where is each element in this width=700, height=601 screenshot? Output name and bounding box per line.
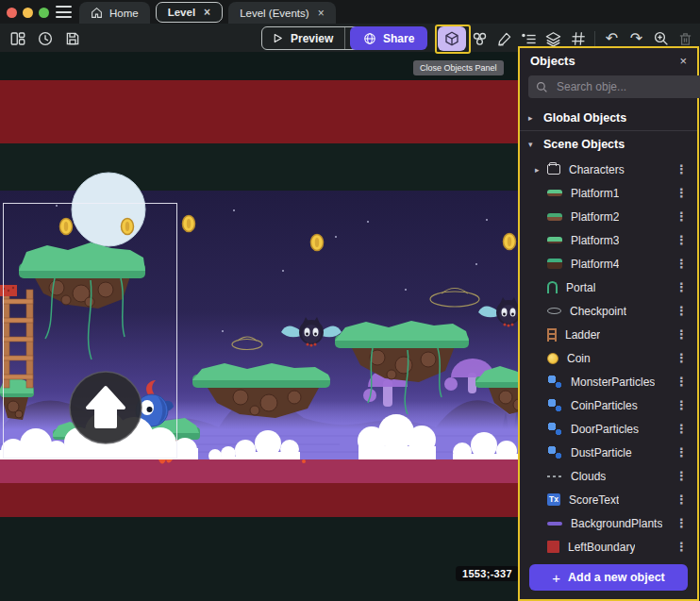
minimize-window-button[interactable] xyxy=(23,8,33,18)
dashes-icon xyxy=(547,476,562,477)
object-menu-button[interactable]: ⋮ xyxy=(675,422,697,436)
object-name: Platform1 xyxy=(571,187,619,200)
object-name: DustParticle xyxy=(571,446,632,459)
object-menu-button[interactable]: ⋮ xyxy=(675,540,697,554)
object-list-item[interactable]: Portal⋮ xyxy=(520,275,697,299)
objects-cube-icon xyxy=(443,30,460,47)
object-menu-button[interactable]: ⋮ xyxy=(675,233,697,247)
object-list-item[interactable]: ▸Characters⋮ xyxy=(520,158,697,181)
tab-level[interactable]: Level × xyxy=(156,2,223,23)
object-list-item[interactable]: TxScoreText⋮ xyxy=(520,488,697,511)
object-name: DoorParticles xyxy=(571,423,639,436)
history-clock-icon xyxy=(37,30,54,47)
object-name: Platform4 xyxy=(571,258,619,271)
object-list-item[interactable]: Checkpoint⋮ xyxy=(520,299,697,323)
close-window-button[interactable] xyxy=(7,8,17,18)
close-tab-icon[interactable]: × xyxy=(204,6,210,19)
object-menu-button[interactable]: ⋮ xyxy=(675,304,697,318)
particles-icon xyxy=(547,445,562,459)
scene-render xyxy=(0,52,525,601)
tab-home[interactable]: Home xyxy=(79,2,150,24)
objects-panel: Objects × ▸ Global Objects ▾ Scene Objec… xyxy=(518,46,699,601)
tab-label: Level xyxy=(168,7,195,18)
object-menu-button[interactable]: ⋮ xyxy=(675,186,697,200)
object-search-box[interactable] xyxy=(528,75,700,98)
object-name: Checkpoint xyxy=(570,305,626,318)
object-list-item[interactable]: Platform4⋮ xyxy=(520,252,697,275)
tab-bar: Home Level × Level (Events) × xyxy=(0,0,700,24)
save-button[interactable] xyxy=(60,26,84,50)
object-list-item[interactable]: CoinParticles⋮ xyxy=(520,393,697,417)
tab-label: Home xyxy=(109,8,139,19)
object-list-item[interactable]: Platform1⋮ xyxy=(520,181,697,205)
share-button[interactable]: Share xyxy=(350,26,427,50)
redo-icon: ↷ xyxy=(630,31,642,46)
object-menu-button[interactable]: ⋮ xyxy=(675,209,697,224)
object-menu-button[interactable]: ⋮ xyxy=(675,469,697,483)
layers-icon xyxy=(544,30,562,48)
main-menu-icon[interactable] xyxy=(56,6,72,18)
edit-pencil-button[interactable] xyxy=(493,27,515,51)
preview-label: Preview xyxy=(291,32,333,45)
object-list-item[interactable]: MonsterParticles⋮ xyxy=(520,370,697,393)
object-menu-button[interactable]: ⋮ xyxy=(675,445,697,459)
objects-panel-toggle-button[interactable] xyxy=(438,26,466,51)
object-menu-button[interactable]: ⋮ xyxy=(675,327,697,342)
boundary-icon xyxy=(547,541,559,553)
close-tab-icon[interactable]: × xyxy=(318,7,325,20)
object-list-item[interactable]: Platform3⋮ xyxy=(520,228,697,252)
panels-layout-button[interactable] xyxy=(6,26,29,50)
object-menu-button[interactable]: ⋮ xyxy=(675,516,697,530)
jump-arrow-control[interactable] xyxy=(70,372,142,443)
save-icon xyxy=(64,30,81,47)
object-name: LeftBoundary xyxy=(568,541,635,554)
search-input[interactable] xyxy=(555,79,700,94)
object-list-item[interactable]: LeftBoundary⋮ xyxy=(520,535,697,557)
object-menu-button[interactable]: ⋮ xyxy=(675,162,697,176)
object-menu-button[interactable]: ⋮ xyxy=(675,257,697,271)
home-icon xyxy=(91,7,103,19)
object-groups-button[interactable] xyxy=(469,27,491,51)
particles-icon xyxy=(547,375,562,389)
text-icon: Tx xyxy=(547,493,560,506)
object-list-item[interactable]: DoorParticles⋮ xyxy=(520,417,697,441)
object-name: Platform3 xyxy=(571,234,619,247)
top-boundary[interactable] xyxy=(0,80,525,143)
tooltip: Close Objects Panel xyxy=(413,60,504,75)
object-list-item[interactable]: Platform2⋮ xyxy=(520,205,697,228)
object-list-item[interactable]: DustParticle⋮ xyxy=(520,441,697,464)
plants-icon xyxy=(547,522,562,526)
platform4-icon xyxy=(547,259,562,269)
grid-icon xyxy=(570,30,587,47)
tab-level-events[interactable]: Level (Events) × xyxy=(228,2,336,24)
global-objects-section[interactable]: ▸ Global Objects xyxy=(520,106,697,129)
scene-editor-canvas[interactable]: 1553;-337 xyxy=(0,52,525,601)
moon[interactable] xyxy=(72,173,145,246)
panels-layout-icon xyxy=(9,30,26,47)
ground-band[interactable] xyxy=(0,459,525,483)
object-menu-button[interactable]: ⋮ xyxy=(675,398,697,412)
history-button[interactable] xyxy=(33,26,57,50)
add-object-button[interactable]: + Add a new object xyxy=(529,564,688,591)
object-menu-button[interactable]: ⋮ xyxy=(675,280,697,294)
object-menu-button[interactable]: ⋮ xyxy=(675,375,697,389)
object-menu-button[interactable]: ⋮ xyxy=(675,492,697,507)
object-name: CoinParticles xyxy=(571,399,638,412)
object-list-item[interactable]: Ladder⋮ xyxy=(520,323,697,346)
expand-arrow-icon[interactable]: ▸ xyxy=(535,165,547,175)
object-name: BackgroundPlants xyxy=(571,517,662,530)
object-list-item[interactable]: BackgroundPlants⋮ xyxy=(520,511,697,535)
checkpoint-icon xyxy=(547,308,561,314)
globe-icon xyxy=(363,32,376,45)
object-list-item[interactable]: Coin⋮ xyxy=(520,346,697,370)
object-list-item[interactable]: Clouds⋮ xyxy=(520,464,697,488)
maximize-window-button[interactable] xyxy=(39,8,49,18)
cursor-coordinates-badge: 1553;-337 xyxy=(456,566,519,581)
tab-label: Level (Events) xyxy=(240,8,309,19)
object-menu-button[interactable]: ⋮ xyxy=(675,351,697,365)
scene-objects-section[interactable]: ▾ Scene Objects xyxy=(520,132,697,156)
zoom-in-icon xyxy=(653,30,670,47)
object-name: MonsterParticles xyxy=(571,376,655,389)
close-panel-icon[interactable]: × xyxy=(679,54,687,68)
plus-icon: + xyxy=(552,570,560,586)
